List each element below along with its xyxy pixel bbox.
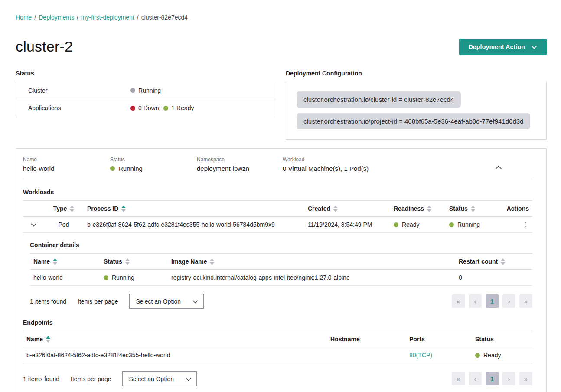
status-dot-gray-icon (130, 88, 135, 93)
summary-namespace: Namespace deployment-lpwzn (197, 157, 283, 172)
sort-icon[interactable] (210, 258, 214, 265)
breadcrumb-deployments[interactable]: Deployments (39, 14, 74, 21)
column-header-name[interactable]: Name (23, 331, 327, 347)
column-label: Hostname (330, 336, 360, 343)
endpoint-status-cell: Ready (472, 347, 532, 363)
select-placeholder: Select an Option (129, 376, 174, 382)
title-row: cluster-2 Deployment Action (16, 38, 547, 55)
sort-icon[interactable] (70, 206, 74, 212)
column-header-restart-count[interactable]: Restart count (455, 254, 532, 270)
workload-type-cell: Pod (44, 217, 84, 233)
sort-icon-active[interactable] (46, 336, 50, 343)
endpoints-title: Endpoints (23, 319, 532, 326)
items-per-page-select[interactable]: Select an Option (129, 294, 204, 309)
sort-icon[interactable] (125, 258, 130, 265)
last-page-button[interactable]: » (519, 294, 532, 308)
column-label: Status (104, 258, 122, 265)
sort-icon[interactable] (471, 206, 475, 212)
last-page-button[interactable]: » (519, 372, 532, 385)
application-card: Name hello-world Status Running Namespac… (16, 148, 547, 392)
workloads-title: Workloads (23, 189, 532, 196)
status-dot-green-icon (163, 106, 168, 111)
summary-name: Name hello-world (23, 157, 110, 172)
sort-icon[interactable] (333, 206, 338, 212)
endpoints-section: Endpoints Name Hostname (23, 319, 532, 386)
deployment-config-title: Deployment Configuration (286, 70, 547, 77)
column-header-status: Status (472, 331, 532, 347)
summary-status-value: Running (110, 165, 197, 172)
column-header-type[interactable]: Type (44, 201, 84, 217)
column-header-created[interactable]: Created (304, 201, 390, 217)
cluster-detail-page: Home / Deployments / my-first-deployment… (0, 0, 561, 392)
sort-icon-active[interactable] (121, 206, 126, 212)
items-found-text: 1 items found (30, 298, 66, 305)
items-found-text: 1 items found (23, 376, 59, 382)
breadcrumb-current-cluster: cluster-82e7ecd4 (141, 14, 188, 21)
page-title: cluster-2 (16, 38, 73, 55)
status-dot-green-icon (104, 275, 108, 280)
port-link[interactable]: 80(TCP) (409, 352, 432, 359)
endpoint-ports-cell: 80(TCP) (406, 347, 472, 363)
summary-workload: Workload 0 Virtual Machine(s), 1 Pod(s) (283, 157, 493, 172)
column-label: Actions (507, 205, 529, 212)
status-dot-green-icon (449, 222, 454, 227)
next-page-button[interactable]: › (502, 294, 515, 308)
container-table-footer: 1 items found Items per page Select an O… (30, 294, 532, 309)
current-page-button[interactable]: 1 (486, 372, 499, 385)
cluster-status-text: Running (138, 87, 161, 94)
column-header-image-name[interactable]: Image Name (168, 254, 455, 270)
previous-page-button[interactable]: ‹ (469, 372, 482, 385)
breadcrumb-home[interactable]: Home (16, 14, 32, 21)
sort-icon-active[interactable] (53, 258, 57, 265)
applications-down-text: 0 Down; (138, 105, 160, 111)
column-label: Created (308, 205, 330, 212)
status-dot-red-icon (130, 106, 135, 111)
applications-status-value: 0 Down; 1 Ready (130, 105, 194, 111)
config-label-cluster-id: cluster.orchestration.io/cluster-id = cl… (297, 91, 461, 108)
endpoints-table-footer: 1 items found Items per page Select an O… (23, 371, 532, 386)
summary-name-value: hello-world (23, 165, 110, 172)
workload-row: Pod b-e326f0af-8624-5f62-adfc-e3281f4ec3… (23, 217, 532, 233)
column-label: Name (26, 336, 43, 343)
status-row-label: Cluster (28, 87, 130, 94)
workload-process-id-cell: b-e326f0af-8624-5f62-adfc-e3281f4ec355-h… (84, 217, 304, 233)
breadcrumb-deployment-name[interactable]: my-first-deployment (81, 14, 134, 21)
column-label: Type (53, 205, 67, 212)
first-page-button[interactable]: « (452, 372, 465, 385)
column-header-process-id[interactable]: Process ID (84, 201, 304, 217)
chevron-down-icon (186, 376, 191, 382)
container-details-title: Container details (30, 242, 532, 248)
column-header-status[interactable]: Status (446, 201, 498, 217)
container-status-text: Running (112, 274, 134, 281)
select-placeholder: Select an Option (136, 298, 181, 305)
expand-row-chevron-down-icon[interactable] (31, 221, 36, 228)
column-label: Status (475, 336, 494, 343)
workload-readiness-cell: Ready (390, 217, 446, 233)
summary-namespace-label: Namespace (197, 157, 283, 163)
sort-icon[interactable] (501, 258, 505, 265)
chevron-down-icon (531, 43, 537, 50)
sort-icon[interactable] (427, 206, 431, 212)
kebab-menu-icon[interactable]: ⋮ (523, 221, 529, 228)
deployment-action-button[interactable]: Deployment Action (459, 39, 547, 55)
summary-status-text: Running (118, 165, 143, 172)
collapse-card-button[interactable] (493, 163, 504, 173)
previous-page-button[interactable]: ‹ (469, 294, 482, 308)
next-page-button[interactable]: › (502, 372, 515, 385)
column-header-name[interactable]: Name (30, 254, 100, 270)
column-label: Image Name (171, 258, 207, 265)
chevron-up-icon (495, 164, 502, 171)
workload-actions-cell: ⋮ (498, 217, 532, 233)
column-header-readiness[interactable]: Readiness (390, 201, 446, 217)
items-per-page-select[interactable]: Select an Option (122, 371, 197, 386)
column-header-status[interactable]: Status (100, 254, 168, 270)
column-header-hostname: Hostname (327, 331, 406, 347)
workload-created-cell: 11/19/2024, 8:54:49 PM (304, 217, 390, 233)
current-page-button[interactable]: 1 (486, 294, 499, 308)
expand-column-header (23, 201, 44, 217)
endpoint-row: b-e326f0af-8624-5f62-adfc-e3281f4ec355-h… (23, 347, 532, 363)
status-panel-box: Cluster Running Applications 0 Down; 1 R… (16, 82, 277, 117)
breadcrumb-separator: / (137, 14, 139, 21)
status-panel: Status Cluster Running Applications 0 Do… (16, 70, 277, 117)
first-page-button[interactable]: « (452, 294, 465, 308)
